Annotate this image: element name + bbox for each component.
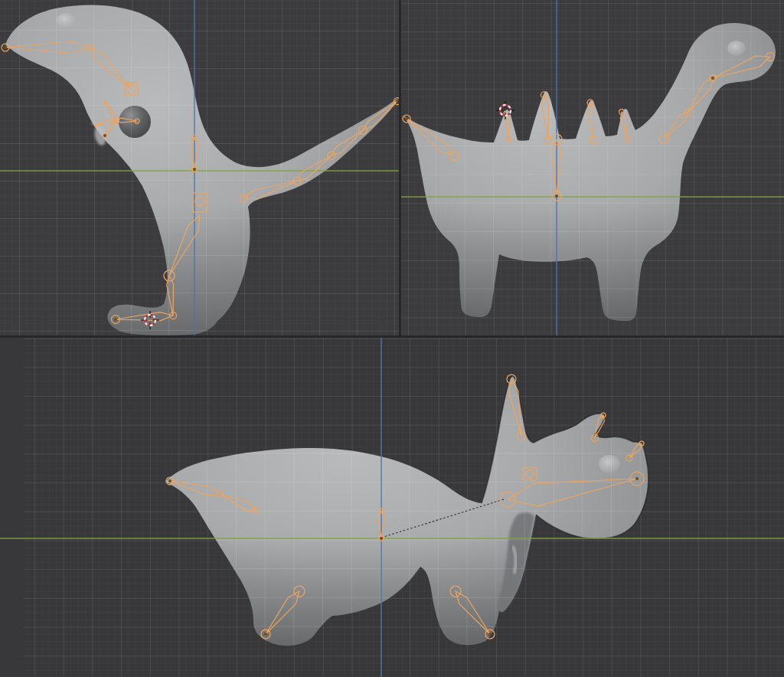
- viewport-overlay-canvas: [0, 0, 784, 677]
- bone-tip-dot: [711, 77, 714, 80]
- bone-tip-dot: [103, 134, 106, 137]
- bone-tip-dot: [168, 479, 172, 482]
- blender-window: [0, 0, 784, 677]
- bone-tip-dot: [396, 100, 399, 103]
- grid-over-mesh: [401, 0, 784, 335]
- bone-tip-dot: [4, 46, 7, 49]
- bone-tip-dot: [555, 195, 558, 198]
- triceratops-mesh[interactable]: [0, 338, 784, 677]
- bone-tip-dot: [264, 633, 267, 636]
- sauropod-mesh[interactable]: [401, 0, 784, 335]
- bone-tip-dot: [193, 168, 196, 171]
- grid-over-mesh: [0, 338, 784, 677]
- bone-tip-dot: [405, 117, 408, 120]
- bone-tip-dot: [114, 318, 117, 321]
- bone-tip-dot: [380, 537, 383, 540]
- grid-over-mesh: [0, 0, 399, 335]
- trex-mesh[interactable]: [0, 0, 399, 335]
- bone-tip-dot: [635, 477, 639, 480]
- bone-tip-dot: [488, 633, 492, 636]
